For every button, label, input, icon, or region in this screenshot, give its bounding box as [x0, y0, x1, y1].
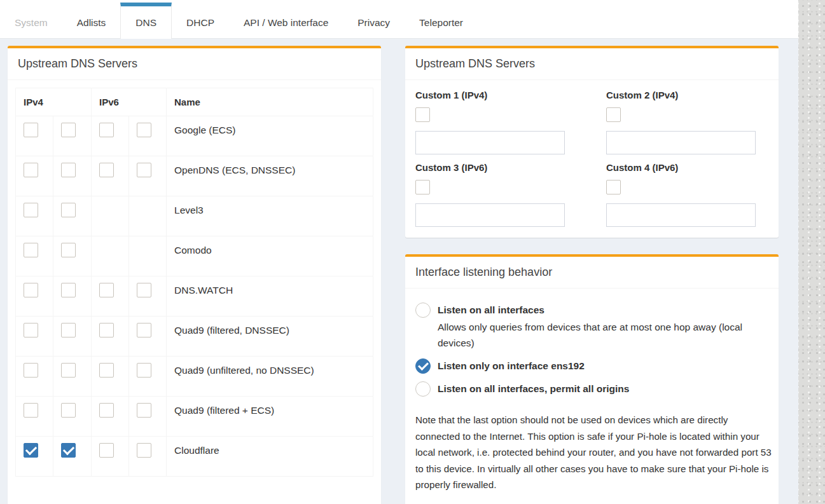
- custom-4-ipv6-enable-checkbox[interactable]: [606, 180, 621, 194]
- custom-field-label: Custom 3 (IPv6): [415, 162, 606, 174]
- table-header: IPv4IPv6Name: [16, 88, 373, 116]
- checkbox-cell: [16, 437, 53, 477]
- checkbox-cell: [16, 317, 53, 357]
- tab-adlists[interactable]: Adlists: [62, 3, 121, 38]
- panel-body: IPv4IPv6Name Google (ECS)OpenDNS (ECS, D…: [8, 80, 381, 484]
- quad9-filtered-ecs-ipv4-1-checkbox[interactable]: [24, 403, 38, 418]
- google-ecs-ipv6-2-checkbox[interactable]: [137, 123, 151, 137]
- dns-provider-name: Cloudflare: [167, 437, 373, 477]
- custom-4-ipv6-input[interactable]: [606, 203, 756, 227]
- listen-on-all-interfaces-radio[interactable]: [415, 303, 431, 318]
- listening-option-listen-on-all-interfaces-permit-all-origins: Listen on all interfaces, permit all ori…: [415, 381, 768, 397]
- custom-field-label: Custom 2 (IPv4): [606, 90, 779, 101]
- checkbox-cell: [92, 437, 129, 477]
- dns-provider-name: Level3: [167, 196, 373, 236]
- checkbox-cell: [92, 116, 129, 156]
- checkbox-cell: [53, 437, 92, 477]
- opendns-ecs-dnssec-ipv6-2-checkbox[interactable]: [137, 163, 151, 177]
- custom-3-ipv6-enable-checkbox[interactable]: [415, 180, 430, 194]
- tab-privacy[interactable]: Privacy: [343, 3, 405, 38]
- checkbox-cell: [53, 397, 92, 437]
- checkbox-cell: [129, 437, 167, 477]
- google-ecs-ipv4-2-checkbox[interactable]: [61, 123, 76, 137]
- table-row-opendns-ecs-dnssec: OpenDNS (ECS, DNSSEC): [16, 156, 373, 196]
- tab-dns[interactable]: DNS: [120, 3, 172, 39]
- column-header-ipv6: IPv6: [92, 88, 167, 116]
- listen-on-all-interfaces-permit-all-origins-radio[interactable]: [415, 381, 431, 397]
- settings-tabs: SystemAdlistsDNSDHCPAPI / Web interfaceP…: [0, 0, 798, 39]
- opendns-ecs-dnssec-ipv6-1-checkbox[interactable]: [99, 163, 114, 177]
- level3-ipv4-1-checkbox[interactable]: [24, 203, 38, 217]
- opendns-ecs-dnssec-ipv4-1-checkbox[interactable]: [24, 163, 38, 177]
- dns-watch-ipv6-1-checkbox[interactable]: [99, 283, 114, 297]
- level3-ipv4-2-checkbox[interactable]: [61, 203, 76, 217]
- desktop-background: [798, 0, 825, 504]
- custom-2-ipv4-enable-checkbox[interactable]: [606, 107, 621, 122]
- custom-field-label: Custom 1 (IPv4): [415, 90, 606, 101]
- quad9-filtered-dnssec-ipv4-2-checkbox[interactable]: [61, 323, 76, 337]
- tab-teleporter[interactable]: Teleporter: [405, 3, 478, 38]
- quad9-unfiltered-no-dnssec-ipv4-2-checkbox[interactable]: [61, 363, 76, 378]
- panel-title: Upstream DNS Servers: [8, 48, 381, 80]
- quad9-filtered-dnssec-ipv4-1-checkbox[interactable]: [24, 323, 38, 337]
- checkbox-cell: [16, 397, 53, 437]
- quad9-filtered-ecs-ipv4-2-checkbox[interactable]: [61, 403, 76, 418]
- quad9-unfiltered-no-dnssec-ipv4-1-checkbox[interactable]: [24, 363, 38, 378]
- google-ecs-ipv6-1-checkbox[interactable]: [99, 123, 114, 137]
- upstream-dns-table: IPv4IPv6Name Google (ECS)OpenDNS (ECS, D…: [15, 88, 373, 477]
- listening-option-listen-on-all-interfaces: Listen on all interfacesAllows only quer…: [415, 303, 768, 351]
- screen: SystemAdlistsDNSDHCPAPI / Web interfaceP…: [0, 0, 825, 504]
- checkbox-cell: [53, 196, 92, 236]
- custom-3-ipv6-input[interactable]: [415, 203, 565, 227]
- dns-provider-name: Quad9 (filtered, DNSSEC): [167, 317, 373, 357]
- option-label[interactable]: Listen only on interface ens192: [438, 358, 585, 374]
- dns-provider-name: OpenDNS (ECS, DNSSEC): [167, 156, 373, 196]
- checkbox-cell: [129, 317, 167, 357]
- comodo-ipv4-2-checkbox[interactable]: [61, 243, 76, 257]
- cloudflare-ipv4-1-checkbox[interactable]: [24, 443, 38, 458]
- comodo-ipv4-1-checkbox[interactable]: [24, 243, 38, 257]
- tab-dhcp[interactable]: DHCP: [172, 3, 229, 38]
- option-label[interactable]: Listen on all interfaces, permit all ori…: [438, 381, 629, 397]
- column-header-ipv4: IPv4: [16, 88, 92, 116]
- table-row-comodo: Comodo: [16, 236, 373, 276]
- dns-watch-ipv4-2-checkbox[interactable]: [61, 283, 76, 297]
- custom-field-custom-1-ipv4: Custom 1 (IPv4): [415, 90, 606, 154]
- custom-2-ipv4-input[interactable]: [606, 131, 756, 154]
- cloudflare-ipv4-2-checkbox[interactable]: [61, 443, 76, 458]
- google-ecs-ipv4-1-checkbox[interactable]: [24, 123, 38, 137]
- dns-provider-name: Quad9 (unfiltered, no DNSSEC): [167, 357, 373, 397]
- checkbox-cell: [53, 156, 92, 196]
- custom-field-custom-3-ipv6: Custom 3 (IPv6): [415, 162, 606, 227]
- panel-body: Listen on all interfacesAllows only quer…: [405, 289, 779, 493]
- quad9-unfiltered-no-dnssec-ipv6-1-checkbox[interactable]: [99, 363, 114, 378]
- table-row-quad9-filtered-dnssec: Quad9 (filtered, DNSSEC): [16, 317, 373, 357]
- custom-dns-fields: Custom 1 (IPv4)Custom 2 (IPv4)Custom 3 (…: [405, 80, 779, 235]
- custom-field-custom-4-ipv6: Custom 4 (IPv6): [606, 162, 779, 227]
- panel-title: Interface listening behavior: [405, 257, 779, 289]
- custom-1-ipv4-enable-checkbox[interactable]: [415, 107, 430, 122]
- tab-system[interactable]: System: [0, 3, 62, 38]
- column-header-name: Name: [167, 88, 373, 116]
- option-label[interactable]: Listen on all interfaces: [438, 303, 544, 318]
- opendns-ecs-dnssec-ipv4-2-checkbox[interactable]: [61, 163, 76, 177]
- quad9-unfiltered-no-dnssec-ipv6-2-checkbox[interactable]: [137, 363, 151, 378]
- checkbox-cell: [92, 236, 129, 276]
- custom-1-ipv4-input[interactable]: [415, 131, 565, 154]
- listen-only-on-interface-ens192-radio[interactable]: [415, 358, 431, 374]
- quad9-filtered-ecs-ipv6-2-checkbox[interactable]: [137, 403, 151, 418]
- listening-options: Listen on all interfacesAllows only quer…: [415, 303, 768, 397]
- settings-page: SystemAdlistsDNSDHCPAPI / Web interfaceP…: [0, 0, 798, 504]
- quad9-filtered-dnssec-ipv6-1-checkbox[interactable]: [99, 323, 114, 337]
- checkbox-cell: [16, 156, 53, 196]
- quad9-filtered-dnssec-ipv6-2-checkbox[interactable]: [137, 323, 151, 337]
- cloudflare-ipv6-1-checkbox[interactable]: [99, 443, 114, 458]
- option-row: Listen on all interfaces, permit all ori…: [415, 381, 768, 397]
- dns-provider-name: Quad9 (filtered + ECS): [167, 397, 373, 437]
- cloudflare-ipv6-2-checkbox[interactable]: [137, 443, 151, 458]
- checkbox-cell: [92, 317, 129, 357]
- dns-watch-ipv6-2-checkbox[interactable]: [137, 283, 151, 297]
- dns-watch-ipv4-1-checkbox[interactable]: [24, 283, 38, 297]
- tab-api-web-interface[interactable]: API / Web interface: [229, 3, 343, 38]
- quad9-filtered-ecs-ipv6-1-checkbox[interactable]: [99, 403, 114, 418]
